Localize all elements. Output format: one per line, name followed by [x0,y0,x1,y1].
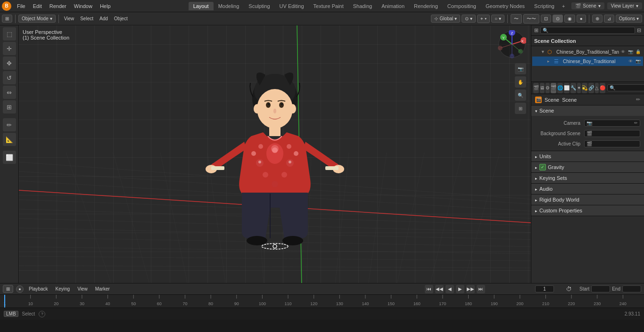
tab-geometry-nodes[interactable]: Geometry Nodes [481,2,529,10]
marker-btn[interactable]: Marker [93,286,112,292]
section-gravity-header[interactable]: ✓ Gravity [531,162,644,172]
camera-view-btn[interactable]: 📷 [515,63,526,74]
hand-btn[interactable]: ✋ [515,76,526,88]
options-btn[interactable]: Options ▾ [616,15,642,23]
tab-layout[interactable]: Layout [189,2,214,10]
play-btn[interactable]: ▶ [456,285,464,293]
tab-rendering[interactable]: Rendering [409,2,443,10]
prop-tab-modifier[interactable]: 🔧 [570,83,576,93]
scene-name-edit-icon[interactable]: ✏ [636,97,640,103]
tab-compositing[interactable]: Compositing [443,2,481,10]
tab-scripting[interactable]: Scripting [529,2,559,10]
zoom-btn[interactable]: 🔍 [515,89,526,101]
pivot-point[interactable]: ⊙ ▾ [462,15,476,23]
jump-end-btn[interactable]: ⏭ [477,285,485,293]
prop-tab-constraints[interactable]: 🔗 [588,83,594,93]
add-workspace-tab[interactable]: + [559,2,568,10]
menu-file[interactable]: File [13,2,29,10]
timeline-type-btn[interactable]: ⊞ [3,285,13,293]
timeline-ruler[interactable]: 1102030405060708090100110120130140150160… [0,295,644,308]
grid-btn[interactable]: ⊞ [515,103,526,114]
step-forward-btn[interactable]: ▶▶ [466,285,475,293]
tool-select[interactable]: ⬚ [3,27,16,40]
start-frame-input[interactable]: 1 [591,285,610,292]
tab-sculpting[interactable]: Sculpting [244,2,274,10]
mode-selector[interactable]: Object Mode ▾ [18,15,56,23]
prop-tab-world[interactable]: 🌐 [557,83,563,93]
prop-tab-scene[interactable]: 🎬 [551,83,556,93]
jump-start-btn[interactable]: ⏮ [425,285,433,293]
clock-icon[interactable]: ⏱ [566,286,572,292]
menu-help[interactable]: Help [96,2,115,10]
tool-cursor[interactable]: ✛ [3,42,16,55]
app-logo[interactable]: B [2,1,11,11]
render-icon-1[interactable]: 📷 [635,59,641,64]
playback-btn[interactable]: Playback [26,286,50,292]
section-rigid-body-header[interactable]: Rigid Body World [531,194,644,205]
outliner-filter-icon[interactable]: ⊟ [637,27,641,33]
tab-uv-editing[interactable]: UV Editing [275,2,309,10]
graph-btn[interactable]: 〜 [511,14,522,24]
prop-tab-particles[interactable]: ✦ [577,83,581,93]
tab-texture-paint[interactable]: Texture Paint [309,2,348,10]
prop-tab-render[interactable]: 🎬 [533,83,539,93]
snap-btn[interactable]: ⌖ ▾ [477,15,490,23]
prop-tab-data[interactable]: △ [595,83,599,93]
step-back-btn[interactable]: ◀ [446,285,454,293]
prop-tab-material[interactable]: 🔴 [600,83,605,93]
object-menu[interactable]: Object [112,16,130,22]
section-keying-sets-header[interactable]: Keying Sets [531,173,644,183]
view-menu[interactable]: View [62,16,77,22]
prop-tab-object[interactable]: ⬜ [564,83,570,93]
prop-tab-physics[interactable]: 💫 [582,83,587,93]
section-audio-header[interactable]: Audio [531,184,644,194]
section-units-header[interactable]: Units [531,151,644,162]
section-custom-props-header[interactable]: Custom Properties [531,205,644,216]
prev-keyframe-btn[interactable]: ◀◀ [435,285,444,293]
menu-window[interactable]: Window [70,2,96,10]
keying-btn[interactable]: Keying [53,286,73,292]
current-frame-input[interactable]: 1 [535,285,554,292]
transform-orientation[interactable]: ⊹ Global ▾ [431,15,460,23]
tab-modeling[interactable]: Modeling [214,2,244,10]
visibility-icon-0[interactable]: 👁 [619,49,626,54]
scene-selector[interactable]: 🎬 Scene ▾ [571,2,604,9]
tool-annotate[interactable]: ✏ [3,118,16,131]
viewport-shading-render[interactable]: ● [577,15,586,23]
graph-btn2[interactable]: 〜〜 [523,14,539,24]
gravity-checkbox[interactable]: ✓ [539,164,546,170]
prop-tab-output[interactable]: 🖥 [540,83,545,93]
camera-value[interactable]: 📷 ✏ [584,120,640,127]
menu-render[interactable]: Render [46,2,70,10]
tool-measure[interactable]: 📐 [3,133,16,146]
bg-scene-value[interactable]: 🎬 [584,130,640,137]
viewport-shading-wire[interactable]: ⊡ [541,15,551,23]
tool-add-cube[interactable]: ⬜ [3,151,16,164]
outliner-item-0[interactable]: ▼ ⬡ Chinese_Boy_Traditional_Tan 👁 📷 🔒 [532,47,643,57]
gizmo-btn[interactable]: ⊿ [604,15,614,23]
tab-shading[interactable]: Shading [348,2,377,10]
viewport-3d[interactable]: User Perspective (1) Scene Collection X … [19,25,531,283]
outliner-item-1[interactable]: ▸ ☰ Chinese_Boy_Traditional 👁 📷 [532,57,643,66]
menu-edit[interactable]: Edit [29,2,46,10]
proportional-edit[interactable]: ○ ▾ [491,15,504,23]
overlay-btn[interactable]: ⊕ [592,15,603,23]
data-icon-0[interactable]: 🔒 [635,49,641,54]
timeline-view-btn[interactable]: View [75,286,90,292]
properties-search[interactable] [607,84,644,91]
tab-animation[interactable]: Animation [377,2,409,10]
end-frame-input[interactable]: 250 [622,285,641,292]
render-icon-0[interactable]: 📷 [627,49,634,54]
viewport-gizmo[interactable]: X Y Z [498,30,526,58]
camera-pencil[interactable]: ✏ [634,121,638,125]
tool-transform[interactable]: ⊞ [3,100,16,113]
arrow-1[interactable]: ▸ [547,59,554,64]
frame-counter-icon[interactable]: ● [16,285,24,293]
viewport-shading-material[interactable]: ◉ [564,15,575,23]
outliner-search[interactable] [540,27,635,34]
view-layer-selector[interactable]: View Layer ▾ [607,2,642,9]
arrow-0[interactable]: ▼ [541,49,547,54]
select-menu[interactable]: Select [78,16,96,22]
tool-rotate[interactable]: ↺ [3,71,16,84]
tool-scale[interactable]: ⇔ [3,86,16,99]
